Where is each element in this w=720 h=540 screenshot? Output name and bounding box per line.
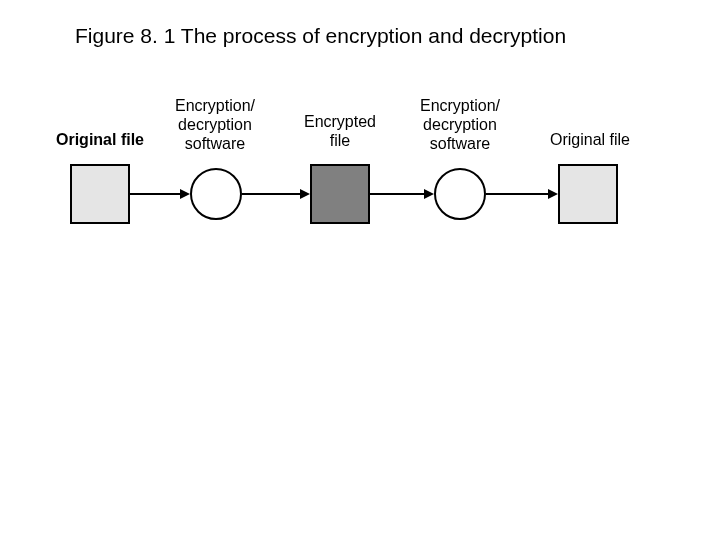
label-encrypted: Encryptedfile (290, 112, 390, 150)
arrow-2-line (242, 193, 302, 195)
arrow-3-head-icon (424, 189, 434, 199)
arrow-4-line (486, 193, 550, 195)
arrow-1-head-icon (180, 189, 190, 199)
original-file-left-icon (70, 164, 130, 224)
arrow-4-head-icon (548, 189, 558, 199)
encdec-software-left-icon (190, 168, 242, 220)
label-original-right: Original file (540, 130, 640, 149)
original-file-right-icon (558, 164, 618, 224)
encryption-diagram: Original file Encryption/decryptionsoftw… (60, 90, 670, 250)
label-encdec-right: Encryption/decryptionsoftware (405, 96, 515, 154)
arrow-3-line (370, 193, 426, 195)
figure-title: Figure 8. 1 The process of encryption an… (75, 24, 566, 48)
arrow-2-head-icon (300, 189, 310, 199)
encrypted-file-icon (310, 164, 370, 224)
label-encdec-left: Encryption/decryptionsoftware (160, 96, 270, 154)
arrow-1-line (130, 193, 182, 195)
label-original-left: Original file (50, 130, 150, 149)
encdec-software-right-icon (434, 168, 486, 220)
